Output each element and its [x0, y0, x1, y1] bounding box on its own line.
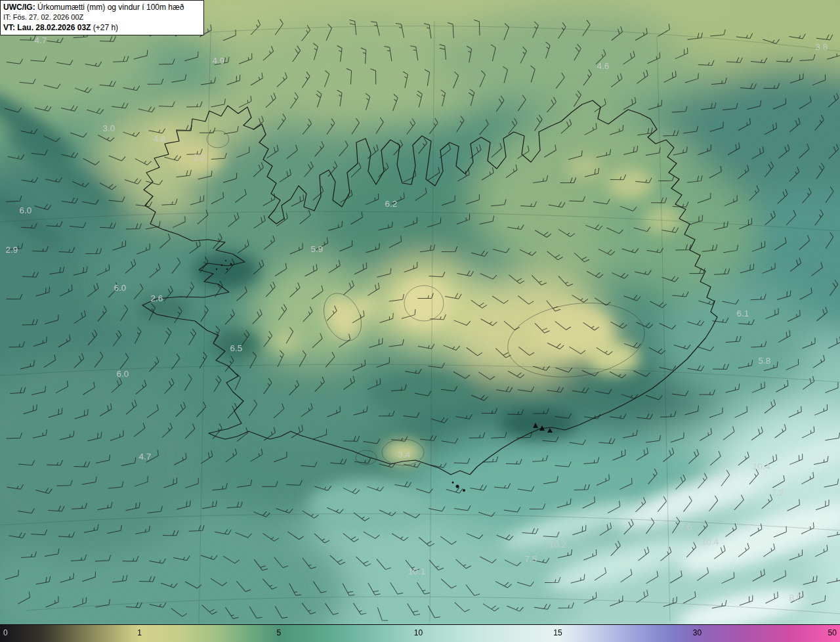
colorbar-tick: 1 — [137, 628, 142, 637]
precip-value-label: 7.6 — [680, 522, 692, 532]
precip-value-label: 6.5 — [230, 343, 243, 353]
colorbar-tick: 30 — [693, 628, 702, 637]
precip-value-label: 2.6 — [151, 293, 163, 303]
precip-value-label: 6.1 — [737, 309, 749, 318]
valid-time-offset: (+27 h) — [91, 23, 118, 32]
precip-value-label: 10.2 — [549, 540, 566, 549]
precip-value-label: 5.9 — [311, 244, 324, 254]
precip-value-label: 2.2 — [194, 152, 206, 162]
precip-value-label: 5.8 — [759, 356, 771, 366]
colorbar: 01510153050 — [0, 624, 840, 642]
valid-time: VT: Lau. 28.02.2026 03Z — [3, 23, 91, 32]
precip-value-label: 8.0 — [789, 593, 802, 603]
colorbar-tick: 50 — [828, 628, 837, 637]
init-time: IT: Fös. 27. 02. 2026 00Z — [3, 12, 197, 22]
precip-value-label: 6.0 — [114, 283, 127, 293]
precip-value-label: 3.4 — [398, 450, 411, 460]
precip-value-label: 2.9 — [6, 245, 18, 255]
precip-value-label: 4.8 — [154, 134, 166, 144]
map-canvas: 4.74.93.84.63.04.82.26.06.22.95.96.02.66… — [0, 0, 840, 642]
precip-value-label: 4.7 — [35, 35, 47, 45]
precip-value-label: 4.6 — [597, 61, 610, 71]
weather-map-app: 4.74.93.84.63.04.82.26.06.22.95.96.02.66… — [0, 0, 840, 642]
precip-value-label: 10.1 — [408, 567, 425, 576]
precip-value-label: 3.8 — [816, 42, 828, 52]
precip-value-label: 10.4 — [702, 537, 719, 547]
precip-value-label: 10.4 — [753, 461, 770, 471]
precip-value-label: 6.0 — [117, 369, 129, 379]
title-box: UWC/IG: Úrkomumætti (mm) og vindur í 100… — [0, 0, 204, 35]
colorbar-tick: 15 — [553, 628, 562, 637]
product-title-line: UWC/IG: Úrkomumætti (mm) og vindur í 100… — [3, 2, 197, 12]
valid-time-line: VT: Lau. 28.02.2026 03Z (+27 h) — [3, 22, 197, 33]
precip-value-label: 4.7 — [139, 452, 152, 461]
precip-value-label: 6.2 — [385, 199, 398, 209]
colorbar-tick: 10 — [414, 628, 423, 637]
product-title: Úrkomumætti (mm) og vindur í 100m hæð — [35, 3, 184, 12]
precip-value-label: 7.5 — [525, 554, 537, 564]
colorbar-tick: 0 — [3, 628, 8, 637]
colorbar-gradient: 01510153050 — [0, 625, 840, 642]
precip-value-label: 3.0 — [103, 123, 116, 133]
precip-value-label: 4.9 — [213, 56, 225, 66]
colorbar-tick: 5 — [277, 628, 282, 637]
product-code: UWC/IG: — [3, 3, 35, 12]
precip-value-label: 7.2 — [772, 488, 784, 498]
precip-value-label: 6.0 — [20, 205, 32, 215]
